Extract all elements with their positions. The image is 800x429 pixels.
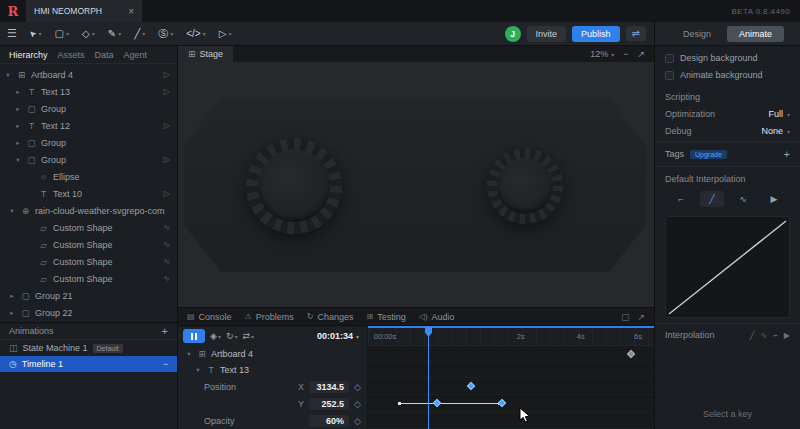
shapes-tool[interactable]: ◇ ▾ <box>77 27 100 41</box>
expand-icon[interactable]: ↗ <box>637 312 645 322</box>
tree-item[interactable]: ▾ ⊞ Artboard 4 ▷ <box>0 66 177 83</box>
expand-caret-icon[interactable]: ▾ <box>4 71 12 79</box>
pause-button[interactable] <box>183 329 205 343</box>
key-track-row[interactable] <box>368 362 654 378</box>
state-machine-item[interactable]: ◫ State Machine 1 Default <box>0 340 177 356</box>
cubic-interp-button[interactable]: ∿ <box>731 191 755 207</box>
stage-canvas[interactable] <box>178 62 654 307</box>
timeline-track-region[interactable]: 00:00s 2s 4s 6s <box>368 326 654 429</box>
loop-mode-button[interactable]: ◈ ▾ <box>210 331 221 341</box>
events-tool[interactable]: ▷ ▾ <box>214 27 237 41</box>
property-value-field[interactable]: 60% <box>309 415 349 427</box>
keyed-property-row[interactable]: Opacity 60% ◇ <box>178 412 367 429</box>
expand-caret-icon[interactable]: ▾ <box>194 366 202 374</box>
add-animation-icon[interactable]: + <box>162 325 168 337</box>
key-segment-line[interactable] <box>399 403 499 404</box>
menu-icon[interactable]: ☰ <box>0 27 24 40</box>
timeline-ruler[interactable]: 00:00s 2s 4s 6s <box>368 326 654 346</box>
tab-changes[interactable]: ↻ Changes <box>307 312 354 322</box>
tree-item[interactable]: T Text 10 ▷ <box>0 185 177 202</box>
node-action-icon[interactable]: ∿ <box>163 257 170 266</box>
expand-caret-icon[interactable]: ▸ <box>14 139 22 147</box>
tree-item[interactable]: ▾ ▢ Group ▷ <box>0 151 177 168</box>
node-action-icon[interactable]: ▷ <box>164 155 170 164</box>
expand-caret-icon[interactable]: ▾ <box>14 156 22 164</box>
publish-button[interactable]: Publish <box>572 26 620 42</box>
checkbox[interactable] <box>665 54 674 63</box>
cubic-icon[interactable]: ∿ <box>760 331 767 340</box>
avatar[interactable]: J <box>505 26 521 42</box>
code-tool[interactable]: </> ▾ <box>181 27 210 41</box>
add-tag-icon[interactable]: + <box>784 148 790 160</box>
pen-tool[interactable]: ✎ ▾ <box>103 27 126 41</box>
keyframe-toggle-icon[interactable]: ◇ <box>354 416 361 426</box>
key-track-row[interactable] <box>368 395 654 412</box>
node-action-icon[interactable]: ∿ <box>163 223 170 232</box>
property-value-field[interactable]: 3134.5 <box>309 381 349 393</box>
tree-item[interactable]: ▱ Custom Shape ∿ <box>0 270 177 287</box>
expand-caret-icon[interactable]: ▸ <box>8 292 16 300</box>
checkbox-row[interactable]: Design background <box>665 53 790 63</box>
chevron-down-icon[interactable]: ▾ <box>92 30 95 37</box>
fullscreen-icon[interactable]: ↗ <box>637 49 645 59</box>
node-action-icon[interactable]: ▷ <box>164 121 170 130</box>
tree-item[interactable]: ▸ T Text 13 ▷ <box>0 83 177 100</box>
keyframe-toggle-icon[interactable]: ◇ <box>354 382 361 392</box>
hold-interp-button[interactable]: ⌐ <box>669 191 693 207</box>
setting-select[interactable]: None ▾ <box>761 126 790 136</box>
chevron-down-icon[interactable]: ▾ <box>118 30 121 37</box>
keyed-node-row[interactable]: ▾ T Text 13 <box>178 362 367 378</box>
tab-testing[interactable]: ⊞ Testing <box>367 312 406 322</box>
minimize-icon[interactable]: − <box>623 49 628 59</box>
playhead[interactable] <box>428 326 429 429</box>
node-action-icon[interactable]: ▷ <box>164 189 170 198</box>
tree-item[interactable]: ▱ Custom Shape ∿ <box>0 253 177 270</box>
tree-item[interactable]: ○ Ellipse <box>0 168 177 185</box>
hold-icon[interactable]: ⌐ <box>773 331 778 340</box>
timeline-item[interactable]: ◷ Timeline 1 − <box>0 356 177 372</box>
tab-agent[interactable]: Agent <box>124 50 148 60</box>
current-time[interactable]: 00:01:34 ▾ <box>317 331 362 341</box>
tree-item[interactable]: ▱ Custom Shape ∿ <box>0 236 177 253</box>
mode-design[interactable]: Design <box>671 26 723 42</box>
tree-item[interactable]: ▸ ▢ Group <box>0 100 177 117</box>
ping-pong-button[interactable]: ⇄ ▾ <box>243 331 255 341</box>
chevron-down-icon[interactable]: ▾ <box>142 30 145 37</box>
rive-logo-icon[interactable]: R <box>0 0 26 22</box>
artboard-tool[interactable]: ▢ ▾ <box>50 27 74 41</box>
keyframe-diamond[interactable] <box>627 349 635 357</box>
node-action-icon[interactable]: ▷ <box>164 70 170 79</box>
tab-data[interactable]: Data <box>95 50 114 60</box>
keyframe-diamond[interactable] <box>467 382 475 390</box>
keyframe-diamond[interactable] <box>498 399 506 407</box>
mode-animate[interactable]: Animate <box>727 26 784 42</box>
stage-tab[interactable]: ⊞ Stage <box>178 46 233 62</box>
setting-select[interactable]: Full ▾ <box>768 109 790 119</box>
keyed-property-row[interactable]: Y 252.5 ◇ <box>178 395 367 412</box>
left-knob[interactable] <box>246 138 342 234</box>
keyed-node-row[interactable]: ▾ ⊞ Artboard 4 <box>178 346 367 362</box>
bone-tool[interactable]: ╱ ▾ <box>129 27 150 41</box>
key-track-row[interactable] <box>368 378 654 395</box>
work-area-bar[interactable] <box>368 326 654 328</box>
tab-console[interactable]: ▤ Console <box>187 312 232 322</box>
close-tab-icon[interactable]: × <box>128 6 134 17</box>
chevron-down-icon[interactable]: ▾ <box>66 30 69 37</box>
artboard-device-panel[interactable] <box>184 98 646 272</box>
tab-problems[interactable]: ⚠ Problems <box>245 312 294 322</box>
node-action-icon[interactable]: ▷ <box>164 87 170 96</box>
upgrade-badge[interactable]: Upgrade <box>690 150 727 159</box>
property-value-field[interactable]: 252.5 <box>309 398 349 410</box>
linear-interp-button[interactable]: ╱ <box>700 191 724 207</box>
document-tab[interactable]: HMI NEOMORPH × <box>26 0 142 22</box>
node-action-icon[interactable]: ∿ <box>163 274 170 283</box>
checkbox-row[interactable]: Animate background <box>665 70 790 80</box>
tab-assets[interactable]: Assets <box>58 50 85 60</box>
tree-item[interactable]: ▸ ▢ Group 21 <box>0 287 177 304</box>
chevron-down-icon[interactable]: ▾ <box>203 30 206 37</box>
expand-caret-icon[interactable]: ▸ <box>14 88 22 96</box>
chevron-down-icon[interactable]: ▾ <box>228 30 231 37</box>
keyframe-diamond[interactable] <box>432 399 440 407</box>
interpolation-graph[interactable] <box>665 216 790 318</box>
collapse-icon[interactable]: − <box>163 359 168 369</box>
